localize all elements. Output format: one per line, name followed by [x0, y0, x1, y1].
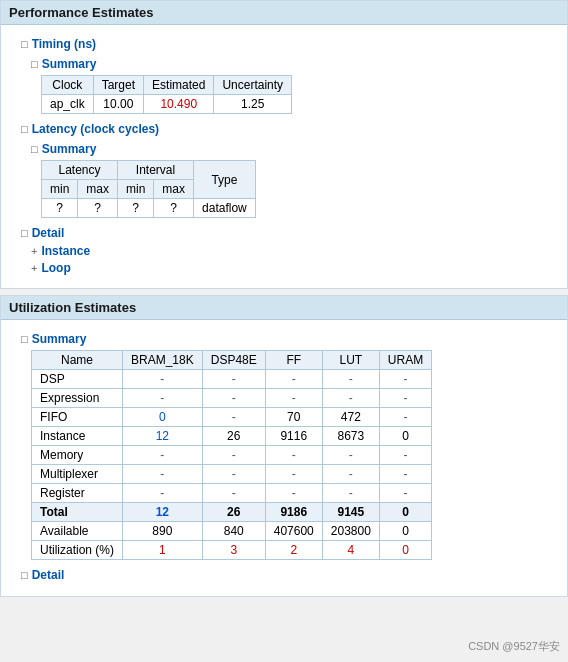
- util-fifo-lut: 472: [322, 408, 379, 427]
- timing-summary-label: Summary: [42, 57, 97, 71]
- util-fifo-bram: 0: [123, 408, 203, 427]
- latency-label: Latency (clock cycles): [32, 122, 159, 136]
- util-row-fifo: FIFO 0 - 70 472 -: [32, 408, 432, 427]
- util-avail-dsp: 840: [202, 522, 265, 541]
- timing-clock: ap_clk: [42, 95, 94, 114]
- util-dsp-lut: -: [322, 370, 379, 389]
- util-inst-ff: 9116: [265, 427, 322, 446]
- utilization-block: Utilization Estimates □ Summary Name BRA…: [0, 295, 568, 597]
- util-name-dsp: DSP: [32, 370, 123, 389]
- perf-detail-items: + Instance + Loop: [31, 244, 557, 275]
- util-col-dsp: DSP48E: [202, 351, 265, 370]
- latency-col-min: min: [42, 180, 78, 199]
- util-expr-uram: -: [379, 389, 431, 408]
- util-total-dsp: 26: [202, 503, 265, 522]
- util-name-available: Available: [32, 522, 123, 541]
- loop-item[interactable]: + Loop: [31, 261, 557, 275]
- latency-min: ?: [42, 199, 78, 218]
- timing-col-clock: Clock: [42, 76, 94, 95]
- latency-section-title[interactable]: □ Latency (clock cycles): [21, 122, 557, 136]
- performance-header: Performance Estimates: [1, 1, 567, 25]
- utilization-header: Utilization Estimates: [1, 296, 567, 320]
- latency-type: dataflow: [194, 199, 256, 218]
- instance-item[interactable]: + Instance: [31, 244, 557, 258]
- util-fifo-uram: -: [379, 408, 431, 427]
- util-row-mux: Multiplexer - - - - -: [32, 465, 432, 484]
- util-pct-lut: 4: [322, 541, 379, 560]
- timing-estimated: 10.490: [144, 95, 214, 114]
- latency-summary-label: Summary: [42, 142, 97, 156]
- utilization-content: □ Summary Name BRAM_18K DSP48E FF LUT UR…: [1, 320, 567, 596]
- perf-detail-toggle[interactable]: □: [21, 227, 28, 239]
- util-dsp-dsp: -: [202, 370, 265, 389]
- util-row-percent: Utilization (%) 1 3 2 4 0: [32, 541, 432, 560]
- timing-summary-section: □ Summary Clock Target Estimated Uncerta…: [31, 57, 557, 114]
- timing-col-estimated: Estimated: [144, 76, 214, 95]
- util-avail-bram: 890: [123, 522, 203, 541]
- util-pct-uram: 0: [379, 541, 431, 560]
- util-name-mux: Multiplexer: [32, 465, 123, 484]
- util-summary-title[interactable]: □ Summary: [21, 332, 557, 346]
- util-reg-ff: -: [265, 484, 322, 503]
- utilization-table: Name BRAM_18K DSP48E FF LUT URAM DSP - -: [31, 350, 432, 560]
- util-detail-toggle[interactable]: □: [21, 569, 28, 581]
- latency-summary-title[interactable]: □ Summary: [31, 142, 557, 156]
- util-mux-ff: -: [265, 465, 322, 484]
- util-detail-title[interactable]: □ Detail: [21, 568, 557, 582]
- timing-table-wrapper: Clock Target Estimated Uncertainty ap_cl…: [41, 75, 557, 114]
- util-col-name: Name: [32, 351, 123, 370]
- perf-detail-title[interactable]: □ Detail: [21, 226, 557, 240]
- perf-detail-label: Detail: [32, 226, 65, 240]
- latency-imin: ?: [118, 199, 154, 218]
- util-expr-lut: -: [322, 389, 379, 408]
- util-reg-uram: -: [379, 484, 431, 503]
- util-name-memory: Memory: [32, 446, 123, 465]
- timing-col-uncertainty: Uncertainty: [214, 76, 292, 95]
- latency-summary-toggle[interactable]: □: [31, 143, 38, 155]
- timing-section-title[interactable]: □ Timing (ns): [21, 37, 557, 51]
- util-mem-uram: -: [379, 446, 431, 465]
- util-mux-dsp: -: [202, 465, 265, 484]
- util-col-lut: LUT: [322, 351, 379, 370]
- util-name-instance: Instance: [32, 427, 123, 446]
- performance-title: Performance Estimates: [9, 5, 154, 20]
- loop-toggle[interactable]: +: [31, 262, 37, 274]
- latency-col-latency: Latency: [42, 161, 118, 180]
- util-total-lut: 9145: [322, 503, 379, 522]
- util-row-instance: Instance 12 26 9116 8673 0: [32, 427, 432, 446]
- performance-content: □ Timing (ns) □ Summary Clock Target Est…: [1, 25, 567, 288]
- util-expr-dsp: -: [202, 389, 265, 408]
- util-inst-lut: 8673: [322, 427, 379, 446]
- latency-col-imax: max: [154, 180, 194, 199]
- instance-label: Instance: [41, 244, 90, 258]
- util-name-expression: Expression: [32, 389, 123, 408]
- util-expr-ff: -: [265, 389, 322, 408]
- util-name-register: Register: [32, 484, 123, 503]
- util-reg-dsp: -: [202, 484, 265, 503]
- instance-toggle[interactable]: +: [31, 245, 37, 257]
- util-inst-bram: 12: [123, 427, 203, 446]
- timing-label: Timing (ns): [32, 37, 96, 51]
- timing-toggle[interactable]: □: [21, 38, 28, 50]
- util-dsp-ff: -: [265, 370, 322, 389]
- timing-row: ap_clk 10.00 10.490 1.25: [42, 95, 292, 114]
- latency-col-max: max: [78, 180, 118, 199]
- util-col-uram: URAM: [379, 351, 431, 370]
- util-expr-bram: -: [123, 389, 203, 408]
- timing-table: Clock Target Estimated Uncertainty ap_cl…: [41, 75, 292, 114]
- util-row-memory: Memory - - - - -: [32, 446, 432, 465]
- util-mux-lut: -: [322, 465, 379, 484]
- timing-col-target: Target: [93, 76, 143, 95]
- timing-summary-toggle[interactable]: □: [31, 58, 38, 70]
- util-dsp-bram: -: [123, 370, 203, 389]
- util-mux-uram: -: [379, 465, 431, 484]
- latency-table-wrapper: Latency Interval Type min max min max: [41, 160, 557, 218]
- latency-toggle[interactable]: □: [21, 123, 28, 135]
- util-dsp-uram: -: [379, 370, 431, 389]
- latency-max: ?: [78, 199, 118, 218]
- util-pct-ff: 2: [265, 541, 322, 560]
- timing-summary-title[interactable]: □ Summary: [31, 57, 557, 71]
- latency-row: ? ? ? ? dataflow: [42, 199, 256, 218]
- util-summary-toggle[interactable]: □: [21, 333, 28, 345]
- util-row-register: Register - - - - -: [32, 484, 432, 503]
